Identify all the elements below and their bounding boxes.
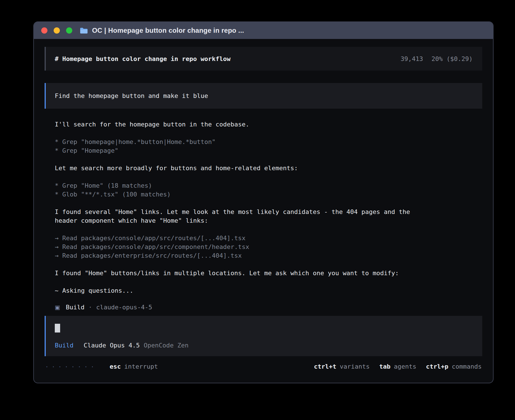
message-line: → Read packages/console/app/src/routes/[… xyxy=(55,234,482,242)
window-title: OC | Homepage button color change in rep… xyxy=(92,27,244,34)
message-line: → Read packages/console/app/src/componen… xyxy=(55,242,482,251)
user-message: Find the homepage button and make it blu… xyxy=(45,83,482,109)
message-line: → Read packages/enterprise/src/routes/[.… xyxy=(55,251,482,260)
shortcut-key: ctrl+p xyxy=(426,363,448,370)
message-tool: * Grep "Home" (18 matches)* Glob "**/*.t… xyxy=(55,181,482,199)
session-header: # Homepage button color change in repo w… xyxy=(45,47,482,71)
agent-name: Build xyxy=(66,304,84,311)
folder-icon xyxy=(80,27,88,34)
shortcut-key: ctrl+t xyxy=(314,363,336,370)
message-line: I found several "Home" links. Let me loo… xyxy=(55,207,482,216)
text-cursor xyxy=(55,324,60,333)
provider-name: OpenCode Zen xyxy=(144,342,189,349)
separator-dot: · xyxy=(88,304,92,311)
esc-key-hint: esc xyxy=(110,363,121,370)
message-text: I found several "Home" links. Let me loo… xyxy=(55,207,482,225)
footer-left: ········ esc interrupt xyxy=(45,363,158,370)
message-line: Let me search more broadly for buttons a… xyxy=(55,164,482,172)
message-text: I'll search for the homepage button in t… xyxy=(55,120,482,129)
shortcut-key: tab xyxy=(379,363,390,370)
shortcut-label: variants xyxy=(340,363,370,370)
message-line: header component which have "Home" links… xyxy=(55,216,482,225)
zoom-window-button[interactable] xyxy=(66,27,72,34)
message-read: → Read packages/console/app/src/routes/[… xyxy=(55,234,482,260)
conversation: I'll search for the homepage button in t… xyxy=(55,120,482,316)
shortcut-label: commands xyxy=(452,363,482,370)
agent-build-icon: ▣ xyxy=(55,304,60,311)
window-titlebar[interactable]: OC | Homepage button color change in rep… xyxy=(34,22,493,39)
message-line: * Grep "Home" (18 matches) xyxy=(55,181,482,190)
spinner-dots: ········ xyxy=(45,363,97,370)
model-name: Claude Opus 4.5 xyxy=(84,342,140,349)
agent-status-row: ▣Build·claude-opus-4-5 xyxy=(55,304,482,311)
minimize-window-button[interactable] xyxy=(54,27,60,34)
footer-shortcuts: ctrl+tvariantstabagentsctrl+pcommands xyxy=(314,363,482,370)
interrupt-label: interrupt xyxy=(124,363,158,370)
token-count: 39,413 xyxy=(401,55,423,62)
message-text: I found "Home" buttons/links in multiple… xyxy=(55,269,482,277)
status-footer: ········ esc interrupt ctrl+tvariantstab… xyxy=(45,363,482,370)
session-title: # Homepage button color change in repo w… xyxy=(55,55,231,62)
message-line: I'll search for the homepage button in t… xyxy=(55,120,482,129)
message-line: * Glob "**/*.tsx" (100 matches) xyxy=(55,190,482,199)
terminal-content: # Homepage button color change in repo w… xyxy=(34,39,493,383)
message-text: ~ Asking questions... xyxy=(55,286,482,295)
footer-shortcut: tabagents xyxy=(379,363,416,370)
terminal-window: OC | Homepage button color change in rep… xyxy=(33,21,494,383)
close-window-button[interactable] xyxy=(41,27,47,34)
agent-mode-label: Build xyxy=(55,342,73,349)
message-text: Let me search more broadly for buttons a… xyxy=(55,164,482,172)
session-stats: 39,413 20% ($0.29) xyxy=(401,55,473,62)
message-tool: * Grep "homepage|home.*button|Home.*butt… xyxy=(55,137,482,155)
model-status-row: Build Claude Opus 4.5 OpenCode Zen xyxy=(55,342,473,349)
message-line: * Grep "Homepage" xyxy=(55,146,482,155)
footer-shortcut: ctrl+pcommands xyxy=(426,363,482,370)
shortcut-label: agents xyxy=(394,363,416,370)
prompt-input[interactable]: Build Claude Opus 4.5 OpenCode Zen xyxy=(45,316,482,356)
agent-model: claude-opus-4-5 xyxy=(96,304,152,311)
message-line: * Grep "homepage|home.*button|Home.*butt… xyxy=(55,137,482,146)
message-line: I found "Home" buttons/links in multiple… xyxy=(55,269,482,277)
user-message-text: Find the homepage button and make it blu… xyxy=(55,92,208,99)
footer-shortcut: ctrl+tvariants xyxy=(314,363,370,370)
context-usage: 20% ($0.29) xyxy=(431,55,473,62)
traffic-lights xyxy=(41,27,72,34)
message-line: ~ Asking questions... xyxy=(55,286,482,295)
